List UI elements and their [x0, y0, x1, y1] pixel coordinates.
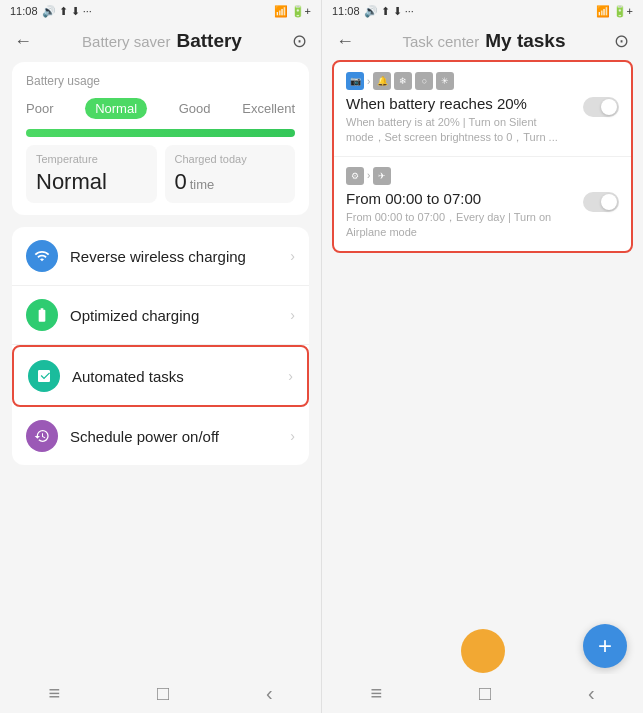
task-arrow2: ›: [367, 170, 370, 181]
left-status-icons: 🔊 ⬆ ⬇ ···: [42, 5, 92, 18]
right-bottom-nav: ≡ □ ‹: [322, 674, 643, 713]
task-time00-toggle[interactable]: [583, 192, 619, 212]
orange-decoration: [461, 629, 505, 673]
right-status-icons: 🔊 ⬆ ⬇ ···: [364, 5, 414, 18]
left-bottom-nav: ≡ □ ‹: [0, 674, 321, 713]
task-icon-gear: ⚙: [346, 167, 364, 185]
level-excellent: Excellent: [242, 101, 295, 116]
task-battery20-title: When battery reaches 20%: [346, 95, 575, 112]
left-nav-back[interactable]: ‹: [266, 682, 273, 705]
add-task-fab[interactable]: +: [583, 624, 627, 668]
fab-label: +: [598, 634, 612, 658]
right-settings-icon[interactable]: ⊙: [614, 30, 629, 52]
menu-item-schedule[interactable]: Schedule power on/off ›: [12, 407, 309, 465]
right-signal: 📶: [596, 5, 610, 18]
schedule-icon: [26, 420, 58, 452]
tasks-card: 📷 › 🔔 ❄ ○ ✳ When battery reaches 20% Whe…: [332, 60, 633, 253]
temperature-box: Temperature Normal: [26, 145, 157, 203]
task-time00-icons: ⚙ › ✈: [346, 167, 619, 185]
task-item-time00[interactable]: ⚙ › ✈ From 00:00 to 07:00 From 00:00 to …: [334, 157, 631, 251]
right-time: 11:08: [332, 5, 360, 17]
task-item-battery20[interactable]: 📷 › 🔔 ❄ ○ ✳ When battery reaches 20% Whe…: [334, 62, 631, 157]
task-battery20-desc: When battery is at 20% | Turn on Silent …: [346, 115, 575, 146]
right-nav-home[interactable]: □: [479, 682, 491, 705]
automated-arrow: ›: [288, 368, 293, 384]
right-nav-menu[interactable]: ≡: [370, 682, 382, 705]
left-title-group: Battery saver Battery: [82, 30, 242, 52]
task-icon-camera: 📷: [346, 72, 364, 90]
right-header: ← Task center My tasks ⊙: [322, 22, 643, 56]
task-battery20-toggle[interactable]: [583, 97, 619, 117]
level-good: Good: [179, 101, 211, 116]
left-header: ← Battery saver Battery ⊙: [0, 22, 321, 56]
task-icon-bell: 🔔: [373, 72, 391, 90]
left-time: 11:08: [10, 5, 38, 17]
right-header-main: My tasks: [485, 30, 565, 52]
left-nav-menu[interactable]: ≡: [48, 682, 60, 705]
left-settings-icon[interactable]: ⊙: [292, 30, 307, 52]
right-panel: 11:08 🔊 ⬆ ⬇ ··· 📶 🔋+ ← Task center My ta…: [322, 0, 643, 713]
battery-card: Battery usage Poor Normal Good Excellent…: [12, 62, 309, 215]
right-back-button[interactable]: ←: [336, 31, 354, 52]
charged-value: 0: [175, 169, 187, 195]
right-header-sub: Task center: [403, 33, 480, 50]
left-status-right: 📶 🔋+: [274, 5, 311, 18]
task-time00-desc: From 00:00 to 07:00，Every day | Turn on …: [346, 210, 575, 241]
battery-stats: Temperature Normal Charged today 0 time: [26, 145, 295, 203]
automated-label: Automated tasks: [72, 368, 288, 385]
left-status-bar: 11:08 🔊 ⬆ ⬇ ··· 📶 🔋+: [0, 0, 321, 22]
optimized-arrow: ›: [290, 307, 295, 323]
left-back-button[interactable]: ←: [14, 31, 32, 52]
left-header-main: Battery: [176, 30, 241, 52]
right-status-bar: 11:08 🔊 ⬆ ⬇ ··· 📶 🔋+: [322, 0, 643, 22]
right-nav-back[interactable]: ‹: [588, 682, 595, 705]
optimized-icon: [26, 299, 58, 331]
task-battery20-row: When battery reaches 20% When battery is…: [346, 95, 619, 146]
battery-usage-label: Battery usage: [26, 74, 295, 88]
battery-levels: Poor Normal Good Excellent: [26, 98, 295, 119]
left-battery-icon: 🔋+: [291, 5, 311, 18]
left-nav-home[interactable]: □: [157, 682, 169, 705]
left-status-left: 11:08 🔊 ⬆ ⬇ ···: [10, 5, 92, 18]
schedule-label: Schedule power on/off: [70, 428, 290, 445]
level-normal-active: Normal: [85, 98, 147, 119]
level-poor: Poor: [26, 101, 53, 116]
reverse-label: Reverse wireless charging: [70, 248, 290, 265]
menu-item-automated[interactable]: Automated tasks ›: [12, 345, 309, 407]
menu-item-optimized[interactable]: Optimized charging ›: [12, 286, 309, 345]
temp-label: Temperature: [36, 153, 147, 165]
menu-list: Reverse wireless charging › Optimized ch…: [12, 227, 309, 465]
charged-unit: time: [190, 177, 215, 192]
task-time00-row: From 00:00 to 07:00 From 00:00 to 07:00，…: [346, 190, 619, 241]
task-icon-snow: ❄: [394, 72, 412, 90]
left-header-sub: Battery saver: [82, 33, 170, 50]
task-battery20-icons: 📷 › 🔔 ❄ ○ ✳: [346, 72, 619, 90]
reverse-arrow: ›: [290, 248, 295, 264]
task-arrow1: ›: [367, 76, 370, 87]
task-time00-content: From 00:00 to 07:00 From 00:00 to 07:00，…: [346, 190, 575, 241]
temp-value: Normal: [36, 169, 147, 195]
charged-box: Charged today 0 time: [165, 145, 296, 203]
right-title-group: Task center My tasks: [403, 30, 566, 52]
task-icon-plane: ✈: [373, 167, 391, 185]
right-status-right: 📶 🔋+: [596, 5, 633, 18]
schedule-arrow: ›: [290, 428, 295, 444]
left-signal: 📶: [274, 5, 288, 18]
optimized-label: Optimized charging: [70, 307, 290, 324]
left-panel: 11:08 🔊 ⬆ ⬇ ··· 📶 🔋+ ← Battery saver Bat…: [0, 0, 321, 713]
charged-label: Charged today: [175, 153, 286, 165]
menu-item-reverse[interactable]: Reverse wireless charging ›: [12, 227, 309, 286]
automated-icon: [28, 360, 60, 392]
right-status-left: 11:08 🔊 ⬆ ⬇ ···: [332, 5, 414, 18]
reverse-icon: [26, 240, 58, 272]
right-battery: 🔋+: [613, 5, 633, 18]
task-icon-star: ✳: [436, 72, 454, 90]
task-icon-circle: ○: [415, 72, 433, 90]
task-time00-title: From 00:00 to 07:00: [346, 190, 575, 207]
task-battery20-content: When battery reaches 20% When battery is…: [346, 95, 575, 146]
battery-bar: [26, 129, 295, 137]
